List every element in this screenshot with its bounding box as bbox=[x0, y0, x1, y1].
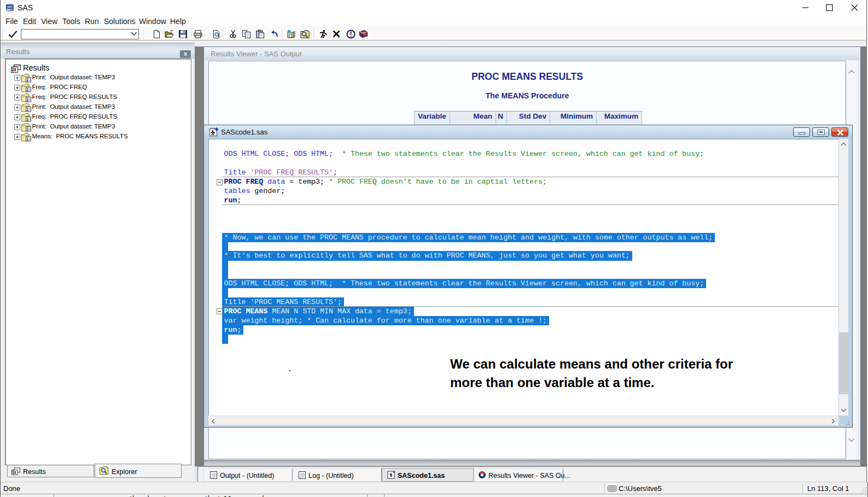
svg-text:sas: sas bbox=[7, 5, 12, 8]
